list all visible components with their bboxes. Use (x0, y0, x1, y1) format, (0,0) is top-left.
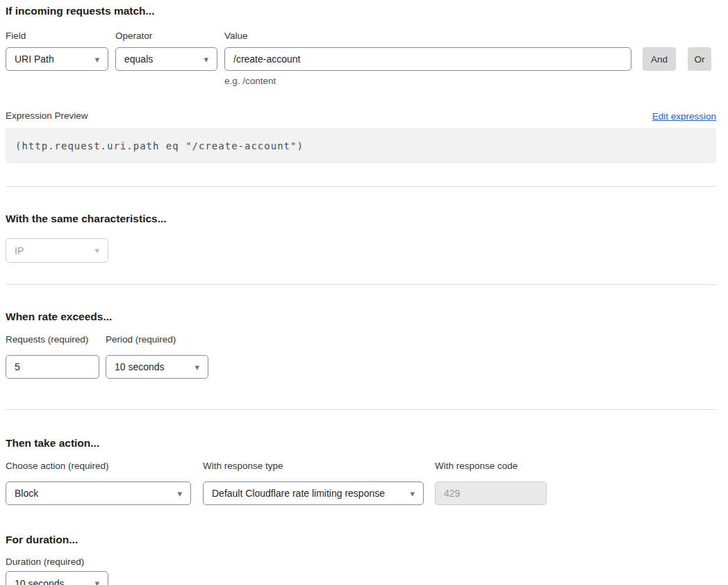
response-type-field-group: With response type Default Cloudflare ra… (203, 460, 424, 505)
section-divider (6, 284, 716, 285)
or-button[interactable]: Or (688, 47, 711, 71)
characteristic-select: IP ▾ (6, 238, 108, 263)
field-label: Field (6, 30, 108, 42)
choose-action-label: Choose action (required) (6, 460, 191, 472)
duration-section-heading: For duration... (6, 534, 716, 546)
and-button[interactable]: And (643, 47, 676, 71)
response-type-select[interactable]: Default Cloudflare rate limiting respons… (203, 481, 424, 505)
chevron-down-icon: ▾ (94, 55, 99, 64)
value-label: Value (224, 30, 631, 42)
section-divider (6, 186, 716, 187)
requests-label: Requests (required) (6, 333, 99, 345)
expression-preview-label: Expression Preview (6, 110, 88, 122)
rate-section-heading: When rate exceeds... (6, 311, 716, 323)
action-controls-row: Choose action (required) Block ▾ With re… (6, 460, 716, 505)
field-select[interactable]: URI Path ▾ (6, 47, 108, 71)
chevron-down-icon: ▾ (410, 489, 415, 498)
requests-field-group: Requests (required) (6, 333, 99, 379)
chevron-down-icon: ▾ (177, 489, 182, 498)
value-input[interactable] (224, 47, 631, 71)
section-divider (6, 409, 716, 410)
chevron-down-icon: ▾ (94, 579, 99, 585)
response-code-label: With response code (435, 460, 547, 472)
period-label: Period (required) (106, 333, 208, 345)
rate-limiting-rule-form: If incoming requests match... Field Oper… (0, 0, 728, 585)
period-select-value: 10 seconds (115, 361, 165, 372)
characteristics-section-heading: With the same characteristics... (6, 213, 716, 225)
period-field-group: Period (required) 10 seconds ▾ (106, 333, 208, 379)
period-select[interactable]: 10 seconds ▾ (106, 355, 208, 379)
characteristic-select-value: IP (15, 245, 24, 256)
action-section-heading: Then take action... (6, 437, 716, 450)
match-labels-row: Field Operator Value (6, 30, 716, 42)
edit-expression-link[interactable]: Edit expression (652, 111, 716, 122)
choose-action-select[interactable]: Block ▾ (6, 481, 191, 505)
expression-preview-header: Expression Preview Edit expression (6, 110, 716, 122)
duration-select-value: 10 seconds (15, 578, 65, 585)
field-select-value: URI Path (15, 53, 54, 65)
operator-select[interactable]: equals ▾ (115, 47, 217, 71)
response-code-field-group: With response code (435, 460, 547, 505)
expression-preview-code: (http.request.uri.path eq "/create-accou… (6, 128, 716, 163)
operator-label: Operator (115, 30, 217, 42)
chevron-down-icon: ▾ (204, 55, 208, 64)
operator-select-value: equals (124, 53, 153, 65)
requests-input[interactable] (6, 355, 99, 379)
value-helper-text: e.g. /content (224, 75, 716, 87)
value-input-wrap (224, 47, 631, 71)
duration-select[interactable]: 10 seconds ▾ (6, 571, 108, 585)
duration-label: Duration (required) (6, 556, 716, 568)
response-type-label: With response type (203, 460, 424, 472)
choose-action-select-value: Block (15, 488, 38, 499)
response-type-select-value: Default Cloudflare rate limiting respons… (212, 488, 385, 499)
response-code-input (435, 481, 547, 505)
rate-controls-row: Requests (required) Period (required) 10… (6, 333, 716, 379)
chevron-down-icon: ▾ (195, 363, 199, 372)
choose-action-field-group: Choose action (required) Block ▾ (6, 460, 191, 505)
chevron-down-icon: ▾ (94, 246, 99, 255)
match-controls-row: URI Path ▾ equals ▾ And Or (6, 47, 716, 71)
match-section-heading: If incoming requests match... (6, 5, 716, 17)
